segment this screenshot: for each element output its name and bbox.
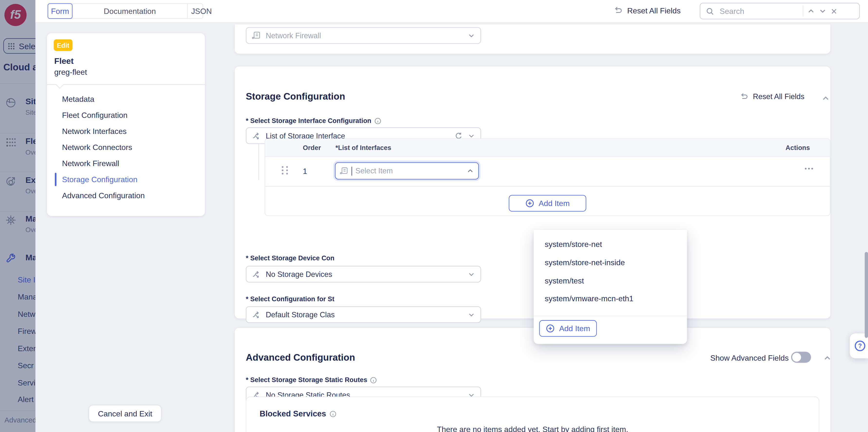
storage-section-title: Storage Configuration xyxy=(246,91,345,102)
svg-text:?: ? xyxy=(858,342,862,349)
row-divider xyxy=(265,186,831,187)
form-item-icon xyxy=(340,167,348,175)
column-order: Order xyxy=(303,144,321,152)
column-actions: Actions xyxy=(785,144,810,152)
static-routes-label-text: * Select Storage Storage Static Routes xyxy=(246,376,367,384)
toggle-knob xyxy=(792,353,801,362)
blocked-services-card: Blocked Services There are no items adde… xyxy=(246,396,819,432)
form-item-icon xyxy=(252,31,261,40)
reset-all-fields-label: Reset All Fields xyxy=(627,6,681,15)
dropdown-divider xyxy=(534,316,687,316)
show-advanced-fields-toggle[interactable] xyxy=(791,352,811,363)
help-icon: ? xyxy=(854,340,866,352)
app-window: f5 Sele Cloud a Sites Site M Flee Overv xyxy=(0,0,868,432)
search-input[interactable] xyxy=(718,6,798,16)
edit-badge: Edit xyxy=(54,39,72,51)
info-icon[interactable] xyxy=(370,376,377,383)
advanced-configuration-card: Advanced Configuration Show Advanced Fie… xyxy=(235,328,831,432)
chevron-down-icon xyxy=(468,271,475,278)
collapse-chevron-icon[interactable] xyxy=(823,354,832,362)
storage-interface-label-text: * Select Storage Interface Configuration xyxy=(246,117,371,125)
static-routes-label: * Select Storage Storage Static Routes xyxy=(246,376,377,384)
storage-device-select-value: No Storage Devices xyxy=(266,270,463,278)
option-system-test[interactable]: system/test xyxy=(545,276,584,285)
storage-configuration-card: Storage Configuration Reset All Fields *… xyxy=(235,66,831,318)
plus-circle-icon xyxy=(546,324,555,333)
add-item-button[interactable]: Add Item xyxy=(509,195,586,212)
storage-class-select[interactable]: Default Storage Clas xyxy=(246,306,481,323)
close-icon[interactable] xyxy=(831,7,838,15)
storage-class-label: * Select Configuration for St xyxy=(246,295,335,303)
show-advanced-fields-label: Show Advanced Fields xyxy=(710,353,788,362)
object-name: greg-fleet xyxy=(54,67,87,76)
form-nav-network-connectors[interactable]: Network Connectors xyxy=(62,143,132,152)
dropdown-add-item-button[interactable]: Add Item xyxy=(539,320,597,337)
chevron-down-icon xyxy=(468,311,475,318)
add-item-label: Add Item xyxy=(538,199,569,208)
column-list-of-interfaces: *List of Interfaces xyxy=(336,144,391,152)
option-system-vmware-mcn-eth1[interactable]: system/vmware-mcn-eth1 xyxy=(545,294,633,303)
form-nav-network-firewall[interactable]: Network Firewall xyxy=(62,159,119,168)
search-divider xyxy=(803,6,803,17)
chevron-down-icon xyxy=(468,132,475,139)
network-firewall-select[interactable]: Network Firewall xyxy=(246,27,481,43)
text-caret xyxy=(351,166,352,175)
chevron-down-icon xyxy=(468,32,475,39)
one-of-icon xyxy=(252,310,261,319)
form-nav-divider xyxy=(47,84,205,85)
drag-handle[interactable] xyxy=(282,166,288,174)
select-item-combobox[interactable]: Select Item xyxy=(335,162,479,180)
reset-icon xyxy=(614,6,623,15)
form-content: Edit Fleet greg-fleet Metadata Fleet Con… xyxy=(35,22,868,432)
section-reset-all-button[interactable]: Reset All Fields xyxy=(740,93,804,101)
info-icon[interactable] xyxy=(374,117,381,124)
tab-json-label: JSON xyxy=(191,7,212,16)
reset-icon xyxy=(740,93,748,101)
tab-form-label: Form xyxy=(51,7,69,16)
storage-class-label-text: * Select Configuration for St xyxy=(246,295,335,303)
reset-all-fields-button[interactable]: Reset All Fields xyxy=(614,6,681,15)
form-nav-fleet-configuration[interactable]: Fleet Configuration xyxy=(62,111,128,120)
chevron-up-icon[interactable] xyxy=(807,7,815,15)
object-type: Fleet xyxy=(54,56,74,65)
search-icon xyxy=(706,7,714,15)
form-nav-storage-configuration[interactable]: Storage Configuration xyxy=(62,175,137,184)
tab-documentation[interactable]: Documentation xyxy=(72,3,187,19)
storage-device-label-text: * Select Storage Device Con xyxy=(246,254,335,262)
dropdown-add-item-label: Add Item xyxy=(559,324,590,333)
row-actions-menu[interactable]: ••• xyxy=(805,165,814,172)
form-nav-network-interfaces[interactable]: Network Interfaces xyxy=(62,127,127,136)
form-nav-metadata[interactable]: Metadata xyxy=(62,95,94,103)
section-reset-all-label: Reset All Fields xyxy=(753,93,804,101)
network-firewall-select-value: Network Firewall xyxy=(266,31,463,40)
blocked-services-title-text: Blocked Services xyxy=(259,409,326,418)
active-nav-indicator xyxy=(55,173,57,186)
search-box xyxy=(700,3,860,19)
blocked-services-title: Blocked Services xyxy=(259,409,337,418)
interfaces-table-header: Order *List of Interfaces Actions xyxy=(265,139,830,157)
empty-list-message: There are no items added yet. Start by a… xyxy=(246,425,819,432)
plus-circle-icon xyxy=(525,199,534,208)
storage-device-label: * Select Storage Device Con xyxy=(246,254,335,262)
storage-device-select[interactable]: No Storage Devices xyxy=(246,266,481,282)
select-item-placeholder: Select Item xyxy=(355,167,463,175)
option-system-store-net[interactable]: system/store-net xyxy=(545,240,602,249)
chevron-down-icon[interactable] xyxy=(819,7,827,15)
one-of-icon xyxy=(252,131,261,140)
info-icon[interactable] xyxy=(330,410,337,418)
scrollbar-thumb[interactable] xyxy=(864,252,868,338)
tab-documentation-label: Documentation xyxy=(104,7,156,16)
one-of-icon xyxy=(252,270,261,279)
form-nav-advanced-configuration[interactable]: Advanced Configuration xyxy=(62,191,145,200)
storage-class-select-value: Default Storage Clas xyxy=(266,310,463,319)
modal-backdrop xyxy=(0,0,35,432)
option-system-store-net-inside[interactable]: system/store-net-inside xyxy=(545,258,625,267)
tab-json[interactable]: JSON xyxy=(187,3,216,19)
cancel-and-exit-button[interactable]: Cancel and Exit xyxy=(89,405,162,422)
row-order-value: 1 xyxy=(303,167,307,176)
interfaces-table: Order *List of Interfaces Actions 1 Sele… xyxy=(265,138,831,216)
chevron-up-icon xyxy=(467,167,474,175)
form-nav-notch xyxy=(56,81,64,89)
collapse-chevron-icon[interactable] xyxy=(822,94,830,102)
tab-form[interactable]: Form xyxy=(48,3,72,19)
